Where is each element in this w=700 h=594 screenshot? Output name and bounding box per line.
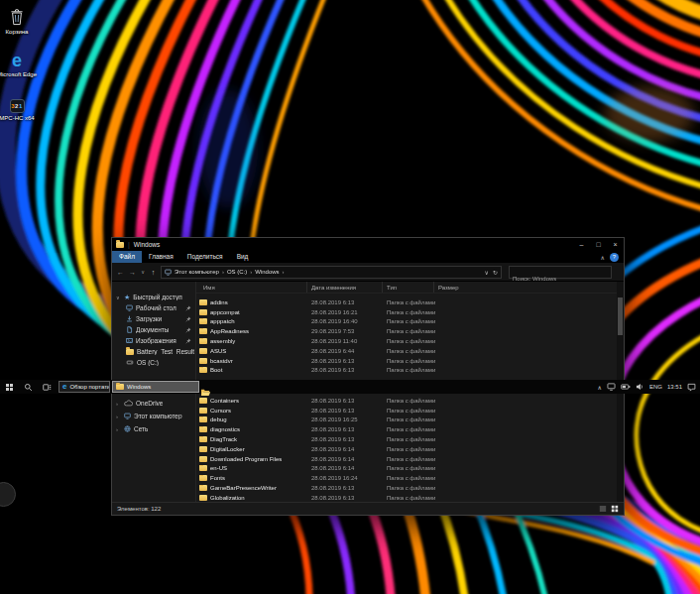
tab-view[interactable]: Вид — [230, 251, 256, 263]
desktop-icon-recycle-bin[interactable]: Корзина — [0, 5, 40, 36]
sidebar-quick-access[interactable]: ∨ ★ Быстрый доступ — [112, 292, 195, 302]
taskbar-search-button[interactable] — [19, 380, 38, 394]
folder-icon — [199, 299, 207, 305]
table-row[interactable]: DigitalLocker28.08.2019 6:14Папка с файл… — [196, 444, 617, 454]
table-row[interactable]: en-US28.08.2019 6:14Папка с файлами — [196, 464, 617, 474]
taskbar: e Обзор портативного ... Windows ∧ ENG 1… — [0, 380, 700, 394]
folder-icon — [199, 338, 207, 344]
tray-display-icon[interactable] — [607, 383, 616, 391]
table-row[interactable]: appcompat28.08.2019 16:21Папка с файлами — [196, 307, 617, 317]
details-view-icon[interactable] — [599, 505, 607, 513]
notification-center-icon[interactable] — [687, 383, 696, 392]
open-folder-icon — [200, 383, 211, 401]
edge-icon: e — [62, 383, 66, 391]
column-headers: Имя Дата изменения Тип Размер — [196, 282, 617, 294]
table-row[interactable]: apppatch28.08.2019 16:40Папка с файлами — [196, 317, 617, 327]
forward-button[interactable]: → — [128, 269, 137, 276]
sidebar-item-os-c[interactable]: OS (C:) — [112, 357, 195, 368]
column-header-name[interactable]: Имя — [196, 282, 307, 293]
desktop-icon-mpc-hc[interactable]: 321 MPC-HC x64 — [0, 91, 40, 122]
table-row[interactable]: GameBarPresenceWriter28.08.2019 6:13Папк… — [196, 483, 617, 493]
folder-icon — [199, 367, 207, 373]
chevron-down-icon[interactable]: ∨ — [116, 295, 121, 300]
thumbnails-view-icon[interactable] — [611, 505, 619, 513]
table-row[interactable]: assembly28.08.2019 11:40Папка с файлами — [196, 336, 617, 346]
maximize-button[interactable]: □ — [590, 238, 607, 251]
table-row[interactable]: AppReadiness29.08.2019 7:53Папка с файла… — [196, 326, 617, 336]
tab-file[interactable]: Файл — [112, 251, 142, 263]
taskbar-app-edge[interactable]: e Обзор портативного ... — [58, 381, 110, 393]
tray-battery-icon[interactable] — [621, 383, 631, 391]
tab-home[interactable]: Главная — [142, 251, 180, 263]
chevron-right-icon[interactable]: › — [116, 414, 121, 419]
table-row[interactable]: Cursors28.08.2019 6:13Папка с файлами — [196, 406, 617, 416]
table-row[interactable]: Boot28.08.2019 6:13Папка с файлами — [196, 366, 617, 376]
table-row[interactable]: Containers28.08.2019 6:13Папка с файлами — [196, 396, 617, 406]
table-row[interactable]: bcastdvr28.08.2019 6:13Папка с файлами — [196, 356, 617, 366]
chevron-right-icon[interactable]: › — [116, 426, 121, 432]
address-bar[interactable]: Этот компьютер › OS (C:) › Windows › ∨ ↻ — [161, 266, 502, 279]
folder-icon — [199, 495, 207, 501]
folder-icon — [199, 416, 207, 422]
table-row[interactable]: ASUS28.08.2019 6:44Папка с файлами — [196, 346, 617, 356]
scrollbar-thumb[interactable] — [618, 297, 623, 335]
column-header-type[interactable]: Тип — [383, 282, 434, 293]
table-row[interactable]: Downloaded Program Files28.08.2019 6:14П… — [196, 454, 617, 464]
language-indicator[interactable]: ENG — [649, 384, 662, 390]
help-icon[interactable]: ? — [610, 253, 619, 262]
sidebar-item-pictures[interactable]: Изображения — [112, 335, 195, 346]
tab-share[interactable]: Поделиться — [180, 251, 230, 263]
task-view-icon — [43, 383, 52, 392]
sidebar-item-desktop[interactable]: Рабочий стол — [112, 302, 195, 313]
ribbon-tabs: Файл Главная Поделиться Вид ∧ ? — [112, 251, 624, 263]
folder-icon — [126, 349, 134, 355]
start-button[interactable] — [0, 380, 19, 394]
window-title: Windows — [134, 241, 160, 248]
window-titlebar[interactable]: | Windows – □ × — [112, 238, 624, 251]
task-view-button[interactable] — [38, 380, 57, 394]
taskbar-app-explorer[interactable]: Windows — [112, 381, 199, 393]
search-box[interactable] — [509, 266, 612, 279]
recent-locations-dropdown[interactable]: ∨ — [140, 269, 146, 275]
clock[interactable]: 13:51 — [667, 384, 682, 390]
back-button[interactable]: ← — [116, 269, 125, 276]
folder-icon — [199, 318, 207, 324]
column-header-size[interactable]: Размер — [434, 282, 488, 293]
table-row[interactable]: diagnostics28.08.2019 6:13Папка с файлам… — [196, 424, 617, 434]
sidebar-item-battery-test-result[interactable]: Battery_Test_Result — [112, 346, 195, 357]
close-button[interactable]: × — [607, 238, 624, 251]
sidebar-item-downloads[interactable]: Загрузки — [112, 313, 195, 324]
breadcrumb-this-pc[interactable]: Этот компьютер — [175, 269, 219, 275]
table-row[interactable]: addins28.08.2019 6:13Папка с файлами — [196, 297, 617, 307]
chevron-right-icon[interactable]: › — [116, 401, 121, 407]
sidebar-item-documents[interactable]: Документы — [112, 324, 195, 335]
table-row[interactable]: Fonts28.08.2019 16:24Папка с файлами — [196, 473, 617, 483]
ribbon-collapse-icon[interactable]: ∧ — [601, 254, 605, 261]
pin-icon — [185, 327, 191, 333]
folder-icon — [199, 408, 207, 414]
minimize-button[interactable]: – — [573, 238, 590, 251]
status-bar: Элементов: 122 — [112, 502, 624, 515]
sidebar-item-this-pc[interactable]: › Этот компьютер — [112, 410, 195, 422]
folder-icon — [199, 309, 207, 315]
up-button[interactable]: ↑ — [149, 269, 158, 276]
monitor-icon — [126, 304, 133, 311]
pin-icon — [185, 305, 191, 311]
edge-icon: e — [12, 48, 22, 69]
tray-expand-icon[interactable]: ∧ — [598, 384, 602, 391]
sidebar-item-network[interactable]: › Сеть — [112, 422, 195, 435]
download-icon — [126, 315, 133, 322]
onedrive-cloud-icon — [124, 400, 133, 407]
refresh-icon[interactable]: ↻ — [493, 269, 498, 276]
column-header-date[interactable]: Дата изменения — [307, 282, 383, 293]
tray-speaker-icon[interactable] — [636, 383, 644, 391]
table-row[interactable]: debug28.08.2019 16:25Папка с файлами — [196, 416, 617, 425]
breadcrumb-folder[interactable]: Windows — [255, 269, 279, 275]
desktop-icon-microsoft-edge[interactable]: e Microsoft Edge — [0, 48, 40, 78]
table-row[interactable]: DiagTrack28.08.2019 6:13Папка с файлами — [196, 434, 617, 444]
monitor-icon — [124, 413, 131, 419]
address-dropdown-icon[interactable]: ∨ — [485, 269, 489, 276]
folder-icon — [199, 446, 207, 452]
sidebar-item-onedrive[interactable]: › OneDrive — [112, 397, 195, 410]
breadcrumb-drive[interactable]: OS (C:) — [227, 269, 247, 275]
